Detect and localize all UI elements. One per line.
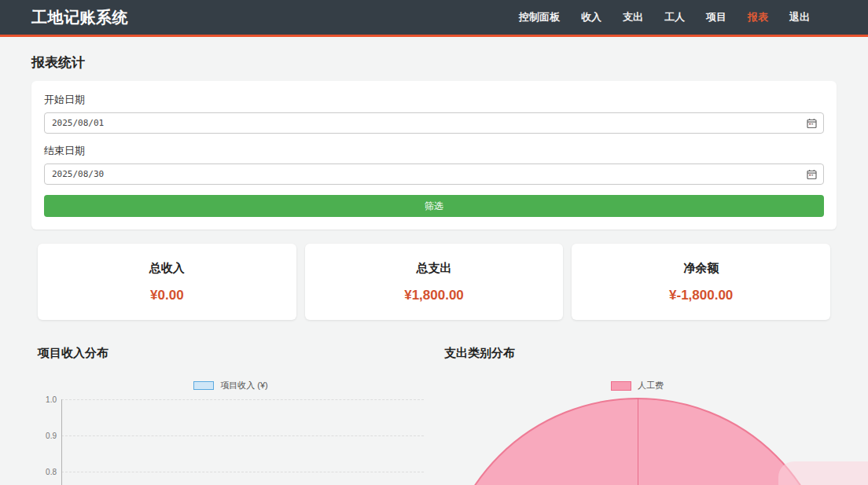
y-tick: 1.0 bbox=[38, 395, 57, 404]
y-tick: 0.8 bbox=[38, 468, 57, 476]
start-date-label: 开始日期 bbox=[44, 93, 824, 107]
nav-item-reports[interactable]: 报表 bbox=[748, 10, 768, 24]
expense-chart-legend-item[interactable]: 人工费 bbox=[444, 380, 830, 391]
nav-item-workers[interactable]: 工人 bbox=[664, 10, 685, 24]
main-nav: 控制面板 收入 支出 工人 项目 报表 退出 bbox=[519, 10, 810, 24]
income-chart-title: 项目收入分布 bbox=[38, 346, 424, 361]
charts-section: 项目收入分布 项目收入 (¥) 1.0 0.9 0.8 支出类别分布 人工费 bbox=[38, 346, 830, 485]
stat-card-total-income: 总收入 ¥0.00 bbox=[38, 244, 296, 320]
end-date-wrap bbox=[44, 164, 824, 185]
stat-value: ¥0.00 bbox=[150, 288, 184, 303]
summary-cards: 总收入 ¥0.00 总支出 ¥1,800.00 净余额 ¥-1,800.00 bbox=[38, 244, 830, 320]
pie-legend-label: 人工费 bbox=[638, 380, 664, 391]
y-axis-line bbox=[61, 399, 62, 485]
nav-item-logout[interactable]: 退出 bbox=[789, 10, 810, 24]
expense-chart-section: 支出类别分布 人工费 bbox=[444, 346, 830, 485]
nav-item-dashboard[interactable]: 控制面板 bbox=[519, 10, 560, 24]
page: { "colors": { "header_bg": "#353e46", "a… bbox=[0, 0, 868, 485]
stat-card-total-expense: 总支出 ¥1,800.00 bbox=[305, 244, 564, 320]
grid-line bbox=[61, 472, 424, 472]
filter-card: 开始日期 结束日期 bbox=[31, 81, 837, 230]
expense-chart-title: 支出类别分布 bbox=[444, 346, 830, 361]
stat-value: ¥-1,800.00 bbox=[669, 288, 733, 303]
y-tick: 0.9 bbox=[38, 432, 57, 440]
app-header: 工地记账系统 控制面板 收入 支出 工人 项目 报表 退出 bbox=[0, 0, 868, 37]
nav-item-expense[interactable]: 支出 bbox=[623, 10, 643, 24]
stat-title: 净余额 bbox=[683, 261, 719, 276]
filter-button[interactable]: 筛选 bbox=[44, 195, 824, 217]
end-date-label: 结束日期 bbox=[44, 144, 824, 158]
start-date-input[interactable] bbox=[44, 112, 824, 134]
pie-legend-swatch bbox=[611, 381, 631, 391]
start-date-wrap bbox=[44, 112, 824, 134]
pie-slice-divider bbox=[638, 399, 638, 485]
grid-line bbox=[61, 399, 424, 400]
nav-item-income[interactable]: 收入 bbox=[581, 10, 601, 24]
nav-item-projects[interactable]: 项目 bbox=[706, 10, 726, 24]
pie-highlight bbox=[778, 461, 868, 485]
page-title: 报表统计 bbox=[31, 53, 837, 72]
grid-line bbox=[61, 435, 424, 436]
bar-legend-label: 项目收入 (¥) bbox=[220, 380, 268, 391]
calendar-icon[interactable] bbox=[807, 169, 817, 179]
calendar-icon[interactable] bbox=[807, 118, 817, 128]
income-chart-section: 项目收入分布 项目收入 (¥) 1.0 0.9 0.8 bbox=[38, 346, 424, 485]
expense-pie-chart bbox=[444, 396, 830, 485]
main-content: 报表统计 开始日期 结束日期 bbox=[0, 53, 868, 485]
stat-title: 总支出 bbox=[417, 261, 452, 276]
end-date-input[interactable] bbox=[44, 164, 824, 185]
stat-value: ¥1,800.00 bbox=[404, 288, 464, 303]
income-bar-chart: 1.0 0.9 0.8 bbox=[38, 399, 424, 485]
bar-legend-swatch bbox=[193, 381, 214, 390]
stat-title: 总收入 bbox=[149, 261, 185, 276]
income-chart-legend-item[interactable]: 项目收入 (¥) bbox=[38, 380, 424, 391]
app-title: 工地记账系统 bbox=[31, 7, 128, 28]
stat-card-net-balance: 净余额 ¥-1,800.00 bbox=[572, 244, 830, 320]
